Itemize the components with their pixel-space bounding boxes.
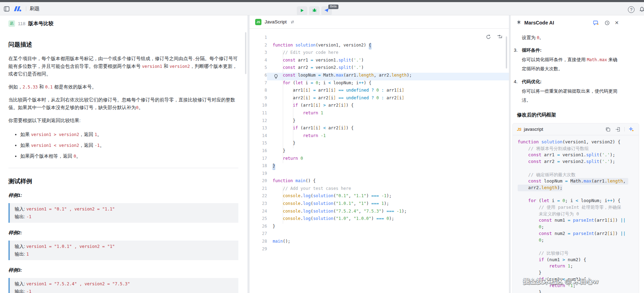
inline-code: 1 xyxy=(26,252,29,257)
help-icon[interactable]: ? xyxy=(628,6,635,13)
line-number: 15 xyxy=(250,141,267,148)
editor-line[interactable]: 5 const arr2 = version2.split('.') xyxy=(250,65,509,73)
inline-code: version1 = "0.1" , version2 = "1.1" xyxy=(26,207,115,212)
notification-bell-icon[interactable] xyxy=(639,7,644,14)
editor-line[interactable]: 27 xyxy=(250,231,509,239)
quickfix-bulb-icon[interactable] xyxy=(274,74,278,80)
line-number: 24 xyxy=(250,209,267,216)
copy-code-icon[interactable] xyxy=(605,126,611,133)
editor-line[interactable]: 7 for (let i = 0; i < loopNum; i++) { xyxy=(250,80,509,88)
ai-sparkle-action-icon[interactable] xyxy=(628,126,635,133)
ai-list-term: 循环条件: xyxy=(522,46,619,55)
editor-line[interactable]: 22 console.log(solution("0.1", "1.1") ==… xyxy=(250,193,509,201)
editor-line[interactable]: 9 arr2[i] = arr2[i] == undefined ? 0 : a… xyxy=(250,95,509,103)
ai-code-line: 0; xyxy=(518,237,634,244)
sample-output: 输出: 1 xyxy=(15,250,233,258)
editor-line[interactable]: 11 return 1 xyxy=(250,110,509,118)
code-editor[interactable]: 12function solution(version1, version2) … xyxy=(250,29,509,254)
samples-section: 样例1:输入: version1 = "0.1" , version2 = "1… xyxy=(8,192,238,293)
line-number: 16 xyxy=(250,148,267,156)
inline-code: 0 xyxy=(74,154,76,159)
problem-title-row: 易 118 版本号比较 xyxy=(0,15,247,31)
editor-line[interactable]: 10 if (arr1[i] > arr2[i]) { xyxy=(250,103,509,110)
sample-block: 输入: version1 = "7.5.2.4" , version2 = "7… xyxy=(8,278,238,293)
ai-code-line: // 将版本号分割成修订号数组 xyxy=(518,145,634,152)
left-panel-scrollbar[interactable] xyxy=(245,32,246,74)
marscode-logo[interactable] xyxy=(13,6,22,12)
code-line-text: } xyxy=(267,224,509,231)
ai-section-heading: 修改后的代码框架 xyxy=(517,112,644,118)
new-chat-icon[interactable] xyxy=(593,20,599,26)
editor-line[interactable]: 1 xyxy=(250,35,509,43)
ai-code-line xyxy=(518,191,634,198)
code-line-text: } xyxy=(267,141,509,148)
close-icon[interactable]: ✕ xyxy=(615,20,619,25)
ai-message-body: 设置为 0。3.循环条件:你可以简化循环条件，直接使用 Math.max 来确定… xyxy=(511,30,644,118)
editor-line[interactable]: 12 } xyxy=(250,118,509,126)
editor-line[interactable]: 25 console.log(solution("1.0", "1.0.0") … xyxy=(250,216,509,224)
editor-scrollbar[interactable] xyxy=(506,36,507,69)
editor-line[interactable]: 20function main() { xyxy=(250,178,509,186)
editor-line[interactable]: 16 } xyxy=(250,148,509,156)
ai-code-line: if (num1 > num2) { xyxy=(518,257,634,263)
ai-panel-title: MarsCode AI xyxy=(524,20,554,26)
code-line-text: if (arr1[i] < arr2[i]) { xyxy=(267,126,509,133)
line-number: 1 xyxy=(250,35,267,43)
editor-line[interactable]: 14 return -1 xyxy=(250,133,509,141)
ai-code-line: } xyxy=(518,270,634,276)
code-line-text: arr1[i] = arr1[i] == undefined ? 0 : arr… xyxy=(267,88,509,95)
line-number: 26 xyxy=(250,224,267,231)
line-number: 20 xyxy=(250,178,267,186)
line-number: 18 xyxy=(250,163,267,171)
run-button[interactable] xyxy=(297,6,307,15)
code-line-text: } xyxy=(267,163,509,171)
history-icon[interactable] xyxy=(604,20,610,26)
line-number: 5 xyxy=(250,65,267,73)
problem-paragraph: 例如，2.5.33 和 0.1 都是有效的版本号。 xyxy=(8,83,238,91)
paper-plane-icon xyxy=(324,8,329,14)
ai-list-term: 代码优化: xyxy=(522,78,619,86)
line-number: 28 xyxy=(250,239,267,246)
editor-header: JS JavaScript xyxy=(250,15,509,29)
editor-line[interactable]: 13 if (arr1[i] < arr2[i]) { xyxy=(250,126,509,133)
editor-line[interactable]: 17 return 0 xyxy=(250,156,509,164)
code-line-text: console.log(solution("0.1", "1.1") === -… xyxy=(267,193,509,201)
editor-line[interactable]: 18} xyxy=(250,163,509,171)
editor-line[interactable]: 29 xyxy=(250,246,509,254)
editor-line[interactable]: 8 arr1[i] = arr1[i] == undefined ? 0 : a… xyxy=(250,88,509,95)
icon-separator xyxy=(624,127,625,131)
line-number: 10 xyxy=(250,103,267,110)
sample-input: 输入: version1 = "0.1" , version2 = "1.1" xyxy=(15,205,233,213)
ai-panel-header: MarsCode AI ✕ xyxy=(511,15,644,30)
line-number: 21 xyxy=(250,186,267,194)
ai-code-block: function solution(version1, version2) { … xyxy=(513,135,639,293)
line-number: 7 xyxy=(250,80,267,88)
ai-code-line: // 使用 parseInt 处理前导零，并确保 xyxy=(518,204,634,211)
inline-code: version1 = "7.5.2.4" , version2 = "7.5.3… xyxy=(26,281,130,286)
insert-code-icon[interactable] xyxy=(615,126,621,133)
ai-list-item: 3.循环条件:你可以简化循环条件，直接使用 Math.max 来确定循环的最大次… xyxy=(514,46,644,73)
ai-code-line: for (let i = 0; i < loopNum; i++) { xyxy=(518,198,634,204)
switch-language-icon[interactable] xyxy=(289,19,295,25)
editor-line[interactable]: 6 const loopNum = Math.max(arr1.length, … xyxy=(250,73,509,80)
inline-code: . xyxy=(193,56,195,61)
editor-line[interactable]: 23 console.log(solution("1.0.1", "1") ==… xyxy=(250,201,509,209)
debug-button[interactable] xyxy=(309,6,320,15)
editor-line[interactable]: 21 // Add your test cases here xyxy=(250,186,509,194)
editor-line[interactable]: 24 console.log(solution("7.5.2.4", "7.5.… xyxy=(250,209,509,216)
ai-code-line: const loopNum = Math.max(arr1.length, xyxy=(518,178,634,185)
editor-line[interactable]: 15 } xyxy=(250,141,509,148)
editor-line[interactable]: 4 const arr1 = version1.split('.') xyxy=(250,58,509,65)
ai-code-line: 0; xyxy=(518,224,634,230)
code-line-text: // Add your test cases here xyxy=(267,186,509,194)
editor-line[interactable]: 28main(); xyxy=(250,239,509,246)
editor-language-label: JavaScript xyxy=(265,19,287,24)
editor-line[interactable]: 19 xyxy=(250,171,509,179)
code-line-text xyxy=(267,35,509,43)
sidebar-collapse-icon[interactable] xyxy=(4,6,10,12)
editor-line[interactable]: 3 // Edit your code here xyxy=(250,50,509,58)
description-heading: 问题描述 xyxy=(8,41,238,49)
code-line-text: } xyxy=(267,148,509,156)
editor-line[interactable]: 26} xyxy=(250,224,509,231)
editor-line[interactable]: 2function solution(version1, version2) { xyxy=(250,43,509,50)
